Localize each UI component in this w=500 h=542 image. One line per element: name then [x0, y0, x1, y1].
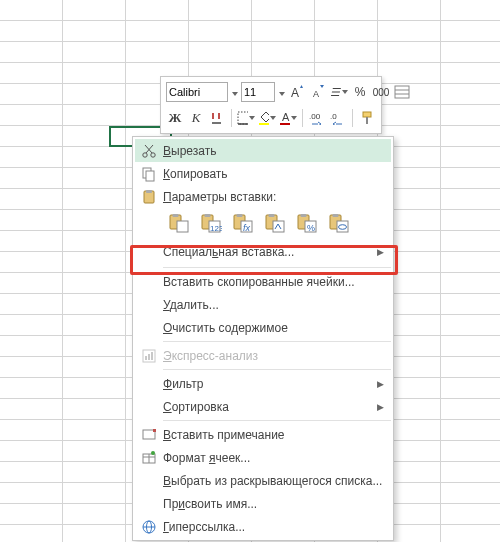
paste-formatting-icon[interactable]: %: [293, 211, 321, 235]
fill-color-icon[interactable]: [258, 108, 276, 128]
bold-button[interactable]: Ж: [166, 108, 184, 128]
menu-copy[interactable]: Копировать: [135, 162, 391, 185]
svg-rect-9: [238, 112, 248, 124]
svg-text:A: A: [313, 89, 319, 99]
svg-rect-53: [153, 429, 156, 432]
hyperlink-icon: [135, 519, 163, 535]
menu-define-name[interactable]: Присвоить имя...: [135, 492, 391, 515]
format-cells-icon: [135, 450, 163, 466]
font-name-combo[interactable]: [166, 82, 228, 102]
scissors-icon: [135, 143, 163, 159]
quick-analysis-icon: [135, 348, 163, 364]
menu-filter[interactable]: Фильтр ▶: [135, 372, 391, 395]
merge-center-icon[interactable]: [393, 82, 411, 102]
svg-point-18: [143, 152, 147, 156]
svg-rect-50: [148, 354, 150, 360]
svg-rect-34: [237, 214, 243, 217]
font-size-combo[interactable]: [241, 82, 275, 102]
comment-icon: [135, 427, 163, 443]
svg-rect-51: [151, 352, 153, 360]
svg-rect-16: [363, 112, 371, 117]
svg-rect-30: [205, 214, 211, 217]
svg-rect-27: [173, 214, 179, 217]
svg-rect-13: [280, 123, 290, 125]
chevron-down-icon[interactable]: [232, 85, 238, 99]
svg-line-21: [145, 145, 152, 153]
svg-rect-45: [333, 214, 339, 217]
svg-text:.0: .0: [330, 112, 337, 121]
svg-rect-25: [146, 190, 152, 193]
menu-sort[interactable]: Сортировка ▶: [135, 395, 391, 418]
svg-text:☰: ☰: [330, 86, 341, 98]
underline-icon[interactable]: [208, 108, 226, 128]
percent-icon[interactable]: %: [351, 82, 369, 102]
paste-formulas-icon[interactable]: fx: [229, 211, 257, 235]
svg-rect-38: [269, 214, 275, 217]
svg-text:fx: fx: [243, 223, 251, 233]
decrease-font-icon[interactable]: A: [309, 82, 327, 102]
svg-rect-41: [301, 214, 307, 217]
chevron-down-icon[interactable]: [279, 85, 285, 99]
menu-format-cells[interactable]: Формат ячеек...: [135, 446, 391, 469]
menu-paste-special[interactable]: Специальная вставка... ▶: [135, 239, 391, 265]
svg-point-57: [151, 451, 155, 455]
svg-rect-39: [273, 221, 284, 232]
svg-rect-3: [395, 86, 409, 98]
paste-normal-icon[interactable]: [165, 211, 193, 235]
svg-rect-11: [259, 123, 269, 125]
mini-toolbar: A A ☰ % 000 Ж К A: [160, 76, 382, 134]
svg-point-19: [151, 152, 155, 156]
paste-transpose-icon[interactable]: [261, 211, 289, 235]
menu-cut[interactable]: Вырезать: [135, 139, 391, 162]
italic-button[interactable]: К: [187, 108, 205, 128]
decrease-decimal-icon[interactable]: .0: [329, 108, 347, 128]
borders-icon[interactable]: [237, 108, 255, 128]
context-menu: Вырезать Копировать Параметры вставки: 1…: [132, 136, 394, 541]
submenu-arrow-icon: ▶: [375, 402, 385, 412]
format-painter-icon[interactable]: [358, 108, 376, 128]
svg-rect-28: [177, 221, 188, 232]
paste-options-row: 123 fx %: [135, 208, 391, 239]
increase-font-icon[interactable]: A: [288, 82, 306, 102]
clipboard-icon: [135, 189, 163, 205]
svg-text:A: A: [282, 111, 290, 123]
menu-quick-analysis: Экспресс-анализ: [135, 344, 391, 367]
paste-link-icon[interactable]: [325, 211, 353, 235]
svg-rect-17: [366, 117, 368, 124]
menu-paste-options-label: Параметры вставки:: [135, 185, 391, 208]
menu-delete[interactable]: Удалить...: [135, 293, 391, 316]
svg-rect-23: [146, 171, 154, 181]
svg-text:%: %: [307, 223, 315, 233]
comma-style-icon[interactable]: 000: [372, 82, 390, 102]
increase-decimal-icon[interactable]: .00: [308, 108, 326, 128]
submenu-arrow-icon: ▶: [375, 379, 385, 389]
menu-insert-comment[interactable]: Вставить примечание: [135, 423, 391, 446]
svg-line-20: [146, 145, 153, 153]
font-color-icon[interactable]: A: [279, 108, 297, 128]
copy-icon: [135, 166, 163, 182]
accounting-format-icon[interactable]: ☰: [330, 82, 348, 102]
svg-rect-49: [145, 356, 147, 360]
menu-insert-copied[interactable]: Вставить скопированные ячейки...: [135, 270, 391, 293]
svg-text:A: A: [291, 86, 299, 99]
menu-hyperlink[interactable]: Гиперссылка...: [135, 515, 391, 538]
paste-values-icon[interactable]: 123: [197, 211, 225, 235]
svg-text:123: 123: [210, 224, 222, 233]
submenu-arrow-icon: ▶: [375, 247, 385, 257]
menu-clear[interactable]: Очистить содержимое: [135, 316, 391, 339]
svg-text:.00: .00: [309, 112, 321, 121]
menu-pick-dropdown[interactable]: Выбрать из раскрывающегося списка...: [135, 469, 391, 492]
